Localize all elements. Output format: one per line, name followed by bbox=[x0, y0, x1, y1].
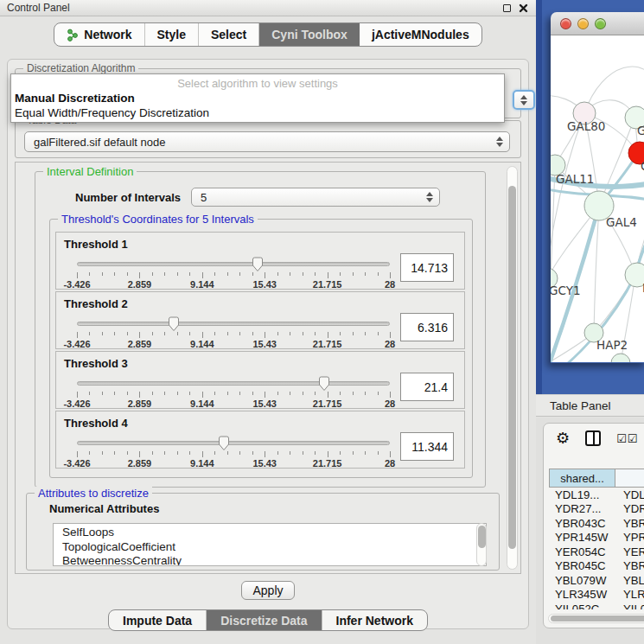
attribute-item[interactable]: BetweennessCentrality bbox=[62, 554, 486, 566]
minimize-traffic-light[interactable] bbox=[577, 18, 589, 29]
table-row[interactable]: YBR043CYBR0 bbox=[549, 516, 644, 531]
bottom-tab-impute-data[interactable]: Impute Data bbox=[109, 610, 207, 630]
table-horizontal-scrollbar[interactable] bbox=[548, 614, 644, 623]
tick-mark bbox=[365, 272, 366, 276]
tick-mark bbox=[277, 392, 278, 395]
scale-label: 28 bbox=[385, 399, 395, 409]
threshold-value-field[interactable]: 21.4 bbox=[400, 373, 454, 401]
table-cell: YPR145W bbox=[549, 531, 615, 545]
table-toolbar: ⚙ ☑☑ bbox=[556, 430, 638, 446]
slider-handle[interactable] bbox=[168, 316, 180, 332]
tick-mark bbox=[290, 272, 290, 276]
tick-mark bbox=[290, 392, 290, 395]
slider-scale-labels: -3.4262.8599.14415.4321.71528 bbox=[77, 339, 390, 349]
table-row[interactable]: YBL079WYBL0 bbox=[549, 573, 644, 588]
table-row[interactable]: YBR045CYBR0 bbox=[549, 559, 644, 574]
table-row[interactable]: YPR145WYPR1 bbox=[549, 531, 644, 545]
slider-track[interactable] bbox=[77, 441, 390, 445]
interval-definition-title: Interval Definition bbox=[43, 165, 137, 178]
slider-handle[interactable] bbox=[318, 376, 330, 392]
threshold-value-field[interactable]: 14.713 bbox=[400, 253, 454, 282]
column-header-shared-name[interactable]: shared... bbox=[549, 469, 615, 488]
slider-track[interactable] bbox=[77, 262, 390, 266]
threshold-slider[interactable]: -3.4262.8599.14415.4321.71528 bbox=[77, 257, 390, 288]
zoom-traffic-light[interactable] bbox=[595, 18, 606, 29]
scale-label: 15.43 bbox=[252, 399, 277, 409]
slider-track[interactable] bbox=[77, 322, 390, 326]
attributes-scrollbar-thumb[interactable] bbox=[478, 526, 486, 548]
scale-label: 21.715 bbox=[313, 339, 342, 349]
scale-label: 28 bbox=[385, 339, 395, 349]
close-window-icon[interactable] bbox=[518, 3, 529, 14]
tab-cyni-toolbox[interactable]: Cyni Toolbox bbox=[259, 23, 360, 46]
settings-vertical-scrollbar[interactable] bbox=[507, 166, 518, 570]
network-node-h[interactable] bbox=[625, 263, 644, 287]
table-settings-gear-icon[interactable]: ⚙ bbox=[556, 430, 570, 446]
tick-mark bbox=[102, 272, 103, 276]
attributes-scrollbar[interactable] bbox=[476, 523, 487, 566]
close-traffic-light[interactable] bbox=[560, 18, 571, 29]
table-hscroll-thumb[interactable] bbox=[551, 615, 644, 622]
table-row[interactable]: YLR345WYLR3 bbox=[549, 588, 644, 603]
tab-network[interactable]: Network bbox=[54, 23, 144, 46]
column-header-name[interactable]: n bbox=[615, 469, 644, 488]
table-data-combo[interactable]: galFiltered.sif default node bbox=[24, 131, 510, 152]
tick-mark bbox=[353, 332, 354, 335]
tick-mark bbox=[390, 392, 391, 398]
tick-mark bbox=[139, 392, 140, 398]
column-checkboxes-icon[interactable]: ☑☑ bbox=[616, 432, 638, 445]
network-edge[interactable] bbox=[551, 165, 555, 362]
table-header-row: shared... n bbox=[549, 469, 644, 488]
threshold-value-field[interactable]: 11.344 bbox=[400, 432, 454, 461]
numerical-attributes-list[interactable]: SelfLoopsTopologicalCoefficientBetweenne… bbox=[53, 523, 487, 566]
threshold-box: Threshold 4 -3.4262.8599.14415.4321.7152… bbox=[55, 411, 465, 469]
network-canvas[interactable]: GAL80G.CGAL11GAL4GCY1HHAP2 bbox=[551, 35, 644, 362]
tab-jactivemnodules[interactable]: jActiveMNodules bbox=[360, 23, 481, 46]
dropdown-option-manual[interactable]: Manual Discretization bbox=[11, 91, 504, 105]
bottom-tab-discretize-data[interactable]: Discretize Data bbox=[207, 610, 322, 630]
slider-track[interactable] bbox=[77, 381, 390, 386]
threshold-slider[interactable]: -3.4262.8599.14415.4321.71528 bbox=[77, 376, 390, 407]
tick-mark bbox=[365, 451, 366, 455]
network-node-partial[interactable] bbox=[611, 354, 630, 362]
attribute-item[interactable]: TopologicalCoefficient bbox=[62, 540, 486, 555]
dropdown-option-equal-width[interactable]: Equal Width/Frequency Discretization bbox=[11, 105, 504, 120]
tick-mark bbox=[189, 451, 190, 455]
node-table: shared... n YDL19...YDL1YDR27...YDR2YBR0… bbox=[549, 469, 644, 609]
tab-style[interactable]: Style bbox=[145, 23, 199, 46]
algorithm-combo-focused[interactable] bbox=[513, 90, 535, 110]
number-of-intervals-combo[interactable]: 5 bbox=[191, 188, 440, 207]
table-cell: YDL1 bbox=[615, 488, 644, 502]
tick-mark bbox=[214, 272, 215, 276]
settings-scrollbar-thumb[interactable] bbox=[508, 186, 516, 549]
close-x-glyph bbox=[519, 3, 528, 13]
bottom-tab-infer-network[interactable]: Infer Network bbox=[322, 610, 427, 630]
tick-mark bbox=[303, 451, 303, 455]
table-rows: YDL19...YDL1YDR27...YDR2YBR043CYBR0YPR14… bbox=[549, 488, 644, 609]
tab-select[interactable]: Select bbox=[199, 23, 259, 46]
thresholds-group-title: Threshold's Coordinates for 5 Intervals bbox=[58, 213, 258, 226]
thresholds-group: Threshold's Coordinates for 5 Intervals … bbox=[49, 219, 473, 478]
tick-mark bbox=[378, 451, 379, 455]
float-window-icon[interactable] bbox=[501, 3, 513, 14]
table-row[interactable]: YDR27...YDR2 bbox=[549, 502, 644, 517]
tick-mark bbox=[252, 392, 253, 395]
tick-mark bbox=[152, 451, 153, 455]
table-cell: YBL079W bbox=[549, 573, 615, 588]
threshold-slider[interactable]: -3.4262.8599.14415.4321.71528 bbox=[77, 436, 390, 467]
tick-mark bbox=[177, 392, 178, 395]
top-tab-group: NetworkStyleSelectCyni ToolboxjActiveMNo… bbox=[54, 22, 481, 47]
tick-mark bbox=[315, 392, 316, 395]
slider-handle[interactable] bbox=[218, 436, 230, 451]
split-columns-icon[interactable] bbox=[585, 430, 601, 446]
threshold-slider[interactable]: -3.4262.8599.14415.4321.71528 bbox=[77, 316, 390, 348]
apply-button[interactable]: Apply bbox=[241, 581, 295, 600]
slider-handle[interactable] bbox=[252, 257, 264, 272]
table-row[interactable]: YIL052CYIL0 bbox=[549, 602, 644, 609]
tick-mark bbox=[328, 332, 328, 338]
table-row[interactable]: YER054CYER0 bbox=[549, 545, 644, 559]
table-row[interactable]: YDL19...YDL1 bbox=[549, 488, 644, 502]
threshold-value-field[interactable]: 6.316 bbox=[400, 313, 454, 341]
attribute-item[interactable]: SelfLoops bbox=[62, 526, 486, 540]
tick-mark bbox=[89, 392, 90, 395]
